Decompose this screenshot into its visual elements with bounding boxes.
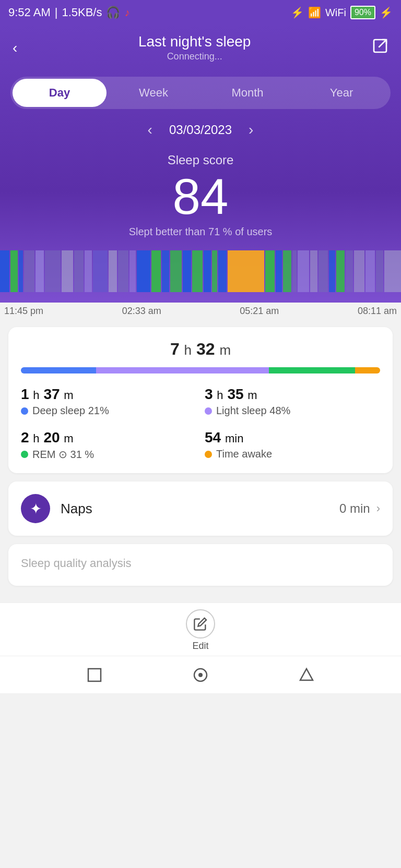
svg-rect-10: [85, 250, 92, 292]
svg-rect-28: [292, 250, 297, 292]
naps-label: Naps: [61, 501, 339, 517]
light-sleep-label: Light sleep 48%: [205, 405, 380, 417]
export-button[interactable]: [372, 38, 388, 58]
rem-sleep-bar: [269, 367, 355, 373]
awake-dot: [205, 451, 212, 458]
android-recents-button[interactable]: [297, 666, 316, 684]
svg-rect-16: [151, 250, 161, 292]
android-home-button[interactable]: [191, 666, 210, 684]
svg-rect-20: [192, 250, 203, 292]
nav-bar: ‹ Last night's sleep Connecting...: [0, 25, 401, 66]
tab-month[interactable]: Month: [200, 79, 294, 107]
svg-rect-31: [319, 250, 328, 292]
sleep-score-value: 84: [0, 172, 401, 222]
svg-rect-30: [310, 250, 317, 292]
back-button[interactable]: ‹: [13, 40, 17, 56]
svg-rect-17: [162, 250, 169, 292]
sleep-summary-card: 7 h 32 m 1 h 37 m Deep sleep 21%: [8, 327, 393, 473]
current-date[interactable]: 03/03/2023: [169, 123, 232, 137]
android-back-button[interactable]: [85, 666, 104, 684]
network-speed: |: [55, 6, 58, 19]
battery-icon: 90%: [350, 6, 375, 19]
time-label-3: 08:11 am: [358, 306, 397, 317]
tab-year[interactable]: Year: [294, 79, 388, 107]
edit-bar: Edit: [0, 602, 401, 656]
svg-rect-2: [0, 250, 9, 292]
light-dot: [205, 407, 212, 415]
svg-rect-33: [336, 250, 345, 292]
content-area: 7 h 32 m 1 h 37 m Deep sleep 21%: [0, 319, 401, 602]
header-section: ‹ Last night's sleep Connecting... Day W…: [0, 25, 401, 303]
awake-label: Time awake: [205, 448, 380, 460]
page-title: Last night's sleep: [138, 33, 251, 50]
wifi-icon: WiFi: [325, 7, 346, 19]
prev-date-button[interactable]: ‹: [148, 122, 152, 138]
headphone-icon: 🎧: [106, 6, 120, 19]
naps-chevron-icon: ›: [376, 502, 380, 515]
sleep-score-subtext: Slept better than 71 % of users: [0, 226, 401, 242]
svg-rect-12: [109, 250, 117, 292]
sleep-score-label: Sleep score: [0, 153, 401, 167]
svg-rect-8: [62, 250, 73, 292]
status-bar: 9:52 AM | 1.5KB/s 🎧 ♪ ⚡ 📶 WiFi 90% ⚡: [0, 0, 401, 25]
svg-rect-21: [204, 250, 211, 292]
svg-rect-19: [183, 250, 191, 292]
deep-sleep-value: 1 h 37 m: [21, 386, 196, 403]
naps-card[interactable]: ✦ Naps 0 min ›: [8, 481, 393, 536]
sleep-quality-card: Sleep quality analysis: [8, 544, 393, 586]
charging-icon: ⚡: [380, 6, 393, 19]
edit-label: Edit: [192, 641, 208, 652]
svg-rect-4: [19, 250, 23, 292]
sleep-score-section: Sleep score 84 Slept better than 71 % of…: [0, 142, 401, 250]
light-sleep-stat: 3 h 35 m Light sleep 48%: [205, 386, 380, 417]
svg-rect-13: [118, 250, 128, 292]
svg-line-1: [379, 40, 386, 47]
svg-rect-18: [170, 250, 182, 292]
svg-marker-42: [300, 669, 313, 680]
next-date-button[interactable]: ›: [249, 122, 253, 138]
svg-rect-14: [129, 250, 136, 292]
light-sleep-value: 3 h 35 m: [205, 386, 380, 403]
svg-rect-39: [88, 669, 101, 681]
awake-value: 54 min: [205, 429, 380, 446]
svg-rect-5: [24, 250, 34, 292]
status-left: 9:52 AM | 1.5KB/s 🎧 ♪: [8, 6, 129, 19]
svg-rect-15: [137, 250, 150, 292]
rem-sleep-stat: 2 h 20 m REM ⊙ 31 %: [21, 429, 196, 461]
svg-rect-25: [265, 250, 275, 292]
connection-status: Connecting...: [138, 51, 251, 62]
deep-sleep-stat: 1 h 37 m Deep sleep 21%: [21, 386, 196, 417]
nav-title: Last night's sleep Connecting...: [138, 33, 251, 62]
svg-rect-38: [384, 250, 401, 292]
deep-sleep-label: Deep sleep 21%: [21, 405, 196, 417]
status-right: ⚡ 📶 WiFi 90% ⚡: [291, 6, 393, 19]
svg-rect-34: [346, 250, 353, 292]
svg-rect-9: [74, 250, 84, 292]
edit-button[interactable]: [186, 609, 215, 638]
time-label-2: 05:21 am: [240, 306, 279, 317]
tab-bar: Day Week Month Year: [10, 77, 391, 109]
svg-point-41: [198, 673, 203, 677]
naps-icon: ✦: [21, 494, 50, 523]
tab-day[interactable]: Day: [13, 79, 107, 107]
svg-rect-36: [365, 250, 375, 292]
bluetooth-icon: ⚡: [291, 6, 304, 19]
awake-stat: 54 min Time awake: [205, 429, 380, 461]
time-label-0: 11:45 pm: [4, 306, 43, 317]
rem-sleep-value: 2 h 20 m: [21, 429, 196, 446]
svg-rect-26: [276, 250, 282, 292]
light-sleep-bar: [96, 367, 268, 373]
svg-rect-27: [283, 250, 291, 292]
svg-rect-22: [212, 250, 217, 292]
deep-dot: [21, 407, 28, 415]
network-label: 1.5KB/s: [62, 6, 102, 19]
tab-week[interactable]: Week: [107, 79, 200, 107]
rem-sleep-label: REM ⊙ 31 %: [21, 448, 196, 461]
total-sleep-label: 7 h 32 m: [21, 340, 380, 359]
svg-rect-6: [36, 250, 44, 292]
svg-rect-35: [354, 250, 364, 292]
sleep-progress-bar: [21, 367, 380, 373]
awake-bar: [355, 367, 380, 373]
svg-rect-23: [218, 250, 227, 292]
naps-value: 0 min: [339, 501, 370, 516]
